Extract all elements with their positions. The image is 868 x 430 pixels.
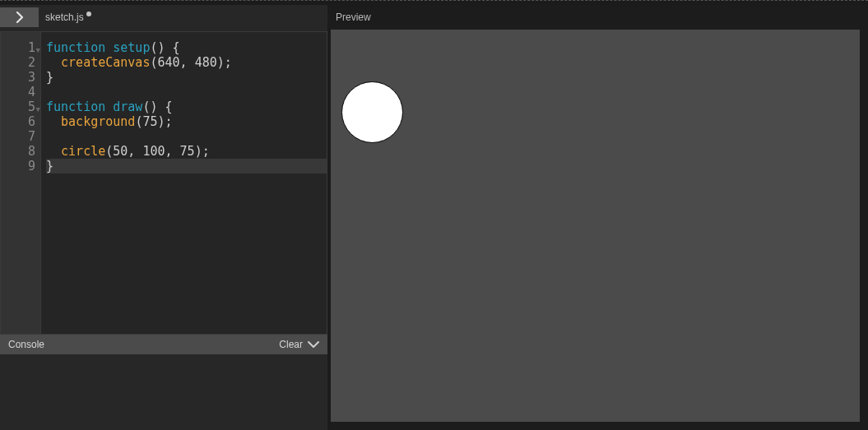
code-editor[interactable]: 1▼2345▼6789 function setup() { createCan… xyxy=(0,31,327,335)
console-output[interactable] xyxy=(0,354,327,430)
code-line[interactable]: } xyxy=(46,159,327,173)
tab-bar: sketch.js xyxy=(0,5,327,30)
code-line[interactable]: function setup() { xyxy=(46,40,327,55)
right-pane: Preview xyxy=(327,5,868,430)
left-pane: sketch.js 1▼2345▼6789 function setup() {… xyxy=(0,5,327,430)
line-gutter: 1▼2345▼6789 xyxy=(1,32,41,334)
code-line[interactable]: circle(50, 100, 75); xyxy=(46,144,327,159)
fold-icon[interactable]: ▼ xyxy=(36,102,40,117)
chevron-down-icon xyxy=(308,340,319,349)
run-button[interactable] xyxy=(0,7,39,27)
code-line[interactable]: background(75); xyxy=(46,114,327,129)
preview-circle-shape xyxy=(341,81,403,143)
preview-wrap xyxy=(327,30,868,430)
preview-title: Preview xyxy=(336,12,371,23)
console-title: Console xyxy=(8,339,44,350)
preview-header: Preview xyxy=(327,5,868,30)
console-header: Console Clear xyxy=(0,335,327,354)
code-line[interactable] xyxy=(46,85,327,99)
code-line[interactable]: createCanvas(640, 480); xyxy=(46,55,327,70)
console-clear-button[interactable]: Clear xyxy=(279,339,319,350)
code-line[interactable]: function draw() { xyxy=(46,99,327,114)
code-line[interactable]: } xyxy=(46,70,327,85)
app-shell: sketch.js 1▼2345▼6789 function setup() {… xyxy=(0,5,868,430)
file-tab[interactable]: sketch.js xyxy=(45,12,91,23)
preview-canvas xyxy=(331,30,860,422)
code-line[interactable] xyxy=(46,129,327,144)
dirty-indicator-icon xyxy=(86,12,91,16)
clear-label: Clear xyxy=(279,339,303,350)
file-name: sketch.js xyxy=(45,12,84,23)
code-area[interactable]: function setup() { createCanvas(640, 480… xyxy=(41,32,327,334)
fold-icon[interactable]: ▼ xyxy=(36,43,40,58)
chevron-right-icon xyxy=(14,12,26,23)
